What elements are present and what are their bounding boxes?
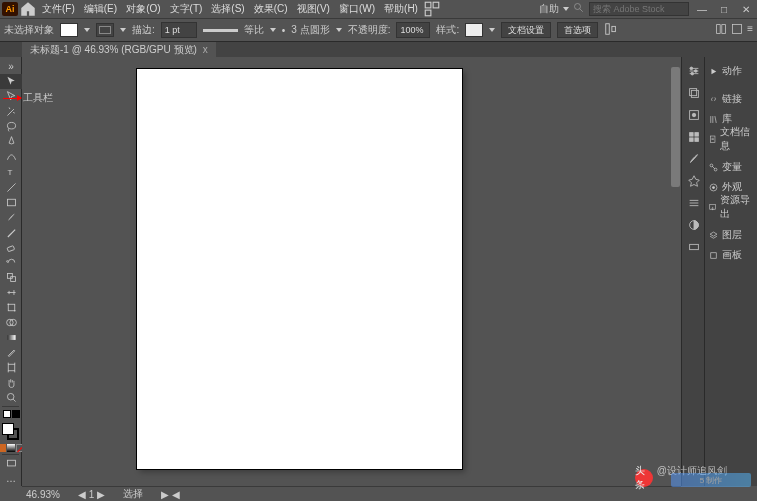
toolbar-expand-icon[interactable]: »	[0, 59, 22, 74]
panel-asset-export[interactable]: 资源导出	[705, 197, 757, 217]
selection-tool[interactable]	[0, 74, 22, 89]
screen-mode-tool[interactable]	[0, 456, 22, 471]
minimize-icon[interactable]: —	[693, 2, 711, 16]
panel-toggle-icon[interactable]	[731, 23, 743, 37]
width-tool[interactable]	[0, 285, 22, 300]
shaper-tool[interactable]	[0, 225, 22, 240]
tool-hint: 选择	[123, 487, 143, 501]
rectangle-tool[interactable]	[0, 195, 22, 210]
menu-help[interactable]: 帮助(H)	[380, 2, 422, 16]
gradient-tool[interactable]	[0, 330, 22, 345]
style-swatch[interactable]	[465, 23, 483, 37]
rotate-tool[interactable]	[0, 255, 22, 270]
canvas-area[interactable]	[22, 57, 681, 486]
symbols-panel-icon[interactable]	[682, 171, 705, 191]
svg-rect-12	[10, 277, 15, 282]
annotation: 工具栏	[3, 91, 53, 105]
properties-panel-icon[interactable]	[682, 61, 705, 81]
menu-view[interactable]: 视图(V)	[293, 2, 334, 16]
brushes-panel-icon[interactable]	[682, 149, 705, 169]
chevron-down-icon[interactable]	[336, 28, 342, 32]
zoom-level[interactable]: 46.93%	[26, 489, 60, 500]
color-toggle-icon[interactable]	[0, 408, 22, 419]
libraries-panel-icon[interactable]	[682, 105, 705, 125]
fill-stroke-control[interactable]	[0, 421, 22, 440]
close-tab-icon[interactable]: x	[203, 44, 208, 55]
preferences-button[interactable]: 首选项	[557, 22, 598, 38]
document-tab[interactable]: 未标题-1 @ 46.93% (RGB/GPU 预览) x	[22, 42, 216, 57]
svg-rect-18	[7, 335, 15, 340]
svg-point-15	[13, 310, 15, 312]
align-icon[interactable]	[604, 22, 618, 38]
layers-panel-icon[interactable]	[682, 83, 705, 103]
line-tool[interactable]	[0, 180, 22, 195]
close-icon[interactable]: ✕	[737, 2, 755, 16]
panel-links[interactable]: 链接	[705, 89, 757, 109]
adobe-stock-search[interactable]	[589, 2, 689, 16]
stroke-weight-input[interactable]	[161, 22, 197, 38]
panel-document-info[interactable]: 文档信息	[705, 129, 757, 149]
curvature-tool[interactable]	[0, 149, 22, 164]
chevron-down-icon[interactable]	[270, 28, 276, 32]
panel-layers[interactable]: 图层	[705, 225, 757, 245]
stroke-panel-icon[interactable]	[682, 193, 705, 213]
panel-menu-icon[interactable]: ≡	[747, 23, 753, 37]
artboard-nav[interactable]: ◀ 1 ▶	[78, 489, 105, 500]
pen-tool[interactable]	[0, 134, 22, 149]
shape-builder-tool[interactable]	[0, 315, 22, 330]
home-icon[interactable]	[19, 2, 37, 16]
svg-rect-5	[612, 26, 616, 31]
artboard-tool[interactable]	[0, 360, 22, 375]
layout-icon[interactable]	[423, 2, 441, 16]
gradient-panel-icon[interactable]	[682, 237, 705, 257]
svg-rect-31	[689, 138, 693, 142]
draw-mode-icons[interactable]	[0, 442, 22, 453]
svg-text:T: T	[7, 168, 12, 177]
chevron-down-icon[interactable]	[563, 7, 569, 11]
chevron-down-icon[interactable]	[84, 28, 90, 32]
edit-toolbar-icon[interactable]: …	[0, 471, 22, 486]
stroke-preview-icon[interactable]	[203, 29, 238, 32]
menu-file[interactable]: 文件(F)	[38, 2, 79, 16]
stroke-swatch[interactable]	[96, 23, 114, 37]
scale-tool[interactable]	[0, 270, 22, 285]
panel-toggle-icon[interactable]	[715, 23, 727, 37]
svg-rect-29	[689, 133, 693, 137]
color-panel-icon[interactable]	[682, 215, 705, 235]
brush-label[interactable]: 3 点圆形	[291, 23, 329, 37]
paintbrush-tool[interactable]	[0, 210, 22, 225]
main-area: » T …	[0, 57, 757, 486]
eraser-tool[interactable]	[0, 240, 22, 255]
vertical-scrollbar[interactable]	[670, 57, 681, 486]
magic-wand-tool[interactable]	[0, 104, 22, 119]
menu-object[interactable]: 对象(O)	[122, 2, 164, 16]
watermark-secondary: 5 制作	[671, 473, 751, 487]
opacity-input[interactable]	[396, 22, 430, 38]
lasso-tool[interactable]	[0, 119, 22, 134]
artboard[interactable]	[137, 69, 462, 469]
menu-edit[interactable]: 编辑(E)	[80, 2, 121, 16]
eyedropper-tool[interactable]	[0, 345, 22, 360]
zoom-tool[interactable]	[0, 390, 22, 405]
panel-actions[interactable]: 动作	[705, 61, 757, 81]
chevron-down-icon[interactable]	[120, 28, 126, 32]
scrollbar-thumb[interactable]	[671, 67, 680, 187]
free-transform-tool[interactable]	[0, 300, 22, 315]
type-tool[interactable]: T	[0, 164, 22, 179]
panel-artboards[interactable]: 画板	[705, 245, 757, 265]
menu-window[interactable]: 窗口(W)	[335, 2, 379, 16]
menu-effect[interactable]: 效果(C)	[250, 2, 292, 16]
chevron-down-icon[interactable]	[489, 28, 495, 32]
menu-type[interactable]: 文字(T)	[166, 2, 207, 16]
document-setup-button[interactable]: 文档设置	[501, 22, 551, 38]
panel-variables[interactable]: 变量	[705, 157, 757, 177]
maximize-icon[interactable]: □	[715, 2, 733, 16]
menu-select[interactable]: 选择(S)	[207, 2, 248, 16]
swatches-panel-icon[interactable]	[682, 127, 705, 147]
uniform-label[interactable]: 等比	[244, 23, 264, 37]
no-selection-label: 未选择对象	[4, 23, 54, 37]
toolbar: » T …	[0, 57, 22, 486]
search-icon[interactable]	[573, 2, 585, 16]
hand-tool[interactable]	[0, 375, 22, 390]
fill-swatch[interactable]	[60, 23, 78, 37]
